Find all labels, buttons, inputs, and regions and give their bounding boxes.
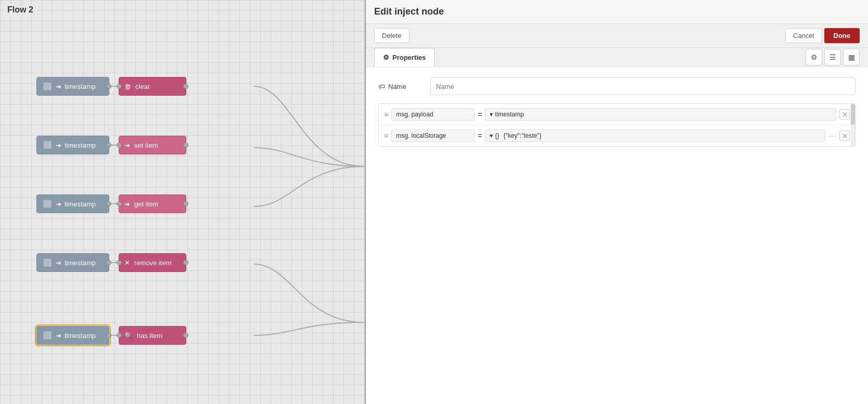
node-connector-left-pink-4 — [117, 260, 122, 265]
node-timestamp-label-5: timestamp — [65, 332, 96, 340]
edit-panel: Edit inject node Delete Cancel Done ⚙ Pr… — [366, 0, 868, 404]
node-connector-left-pink-1 — [117, 84, 122, 89]
node-connector-right-2 — [106, 142, 111, 148]
node-timestamp-label-1: timestamp — [65, 83, 96, 90]
arrow-icon-3: ➜ — [124, 200, 130, 208]
name-label: 🏷 Name — [378, 83, 430, 90]
edit-toolbar: Delete Cancel Done — [366, 24, 868, 48]
row-equals-2: = — [478, 132, 482, 140]
scrollbar-thumb[interactable] — [851, 104, 855, 125]
row-value-text-2: {"key":"teste"} — [503, 132, 541, 139]
dropdown-arrow-2: ▾ — [490, 132, 493, 139]
node-check-1 — [43, 82, 52, 90]
node-get-item-3[interactable]: ➜ get item — [119, 194, 186, 213]
properties-tab[interactable]: ⚙ Properties — [374, 48, 435, 67]
msg-field-name-1: payload — [412, 111, 433, 118]
node-action-label-1: clear — [135, 83, 150, 90]
node-arrow-2: ➜ — [56, 141, 61, 149]
node-connector-left-pink-3 — [117, 201, 122, 206]
edit-panel-header: Edit inject node — [366, 0, 868, 24]
node-arrow-3: ➜ — [56, 200, 61, 208]
layout-icon-button[interactable]: ▦ — [843, 49, 860, 66]
node-action-label-5: has item — [137, 332, 162, 340]
node-connector-right-pink-3 — [183, 201, 188, 206]
msg-prefix-2: msg. — [396, 132, 411, 139]
node-group-2: ➜ timestamp ➜ set item — [36, 136, 186, 154]
row-delete-btn-1[interactable]: ✕ — [839, 109, 850, 120]
row-msg-field-2[interactable]: msg. localStorage — [391, 129, 475, 142]
node-check-4 — [43, 258, 52, 267]
node-clear-1[interactable]: 🗑 clear — [119, 77, 186, 96]
node-connector-left-pink-2 — [117, 142, 122, 148]
row-more-btn-2[interactable]: ··· — [828, 132, 836, 140]
arrow-icon-2: ➜ — [124, 141, 130, 149]
flow-canvas: Flow 2 ➜ timestamp 🗑 clear — [0, 0, 366, 404]
tab-icons-right: ⚙ ☰ ▦ — [806, 49, 860, 66]
msg-field-name-2: localStorage — [412, 132, 446, 139]
node-action-label-2: set item — [134, 141, 158, 149]
node-check-5 — [43, 331, 52, 340]
settings-icon-button[interactable]: ⚙ — [806, 49, 822, 66]
name-label-text: Name — [388, 83, 406, 90]
inject-row-1: ≡ msg. payload = ▾ timestamp ✕ — [379, 104, 855, 125]
cancel-button[interactable]: Cancel — [785, 28, 822, 43]
node-arrow-5: ➜ — [56, 332, 61, 340]
node-connector-right-3 — [106, 201, 111, 206]
node-timestamp-4[interactable]: ➜ timestamp — [36, 253, 109, 272]
node-check-3 — [43, 200, 52, 208]
row-value-text-1: timestamp — [495, 111, 524, 118]
node-timestamp-label-3: timestamp — [65, 200, 96, 208]
name-form-row: 🏷 Name — [378, 77, 856, 95]
msg-prefix-1: msg. — [396, 111, 411, 118]
tag-icon: 🏷 — [378, 83, 385, 90]
node-connector-right-pink-4 — [183, 260, 188, 265]
node-group-3: ➜ timestamp ➜ get item — [36, 194, 186, 213]
row-msg-field-1[interactable]: msg. payload — [391, 108, 475, 121]
gear-icon: ⚙ — [383, 54, 389, 61]
trash-icon-1: 🗑 — [124, 83, 131, 90]
node-has-item-5[interactable]: 🔍 has item — [119, 326, 186, 345]
node-timestamp-1[interactable]: ➜ timestamp — [36, 77, 109, 96]
properties-content: 🏷 Name ≡ msg. payload = ▾ timestamp — [366, 67, 868, 404]
row-delete-btn-2[interactable]: ✕ — [839, 131, 850, 141]
node-connector-left-pink-5 — [117, 333, 122, 338]
node-set-item-2[interactable]: ➜ set item — [119, 136, 186, 154]
node-connector-right-pink-2 — [183, 142, 188, 148]
row-handle-2[interactable]: ≡ — [384, 132, 388, 140]
toolbar-right: Cancel Done — [785, 28, 860, 43]
node-timestamp-label-4: timestamp — [65, 259, 96, 267]
node-connector-right-pink-5 — [183, 333, 188, 338]
node-check-2 — [43, 141, 52, 149]
flow-title: Flow 2 — [4, 4, 36, 16]
row-value-select-2[interactable]: ▾ {} {"key":"teste"} — [485, 129, 825, 142]
node-remove-item-4[interactable]: ✕ remove item — [119, 253, 186, 272]
node-group-4: ➜ timestamp ✕ remove item — [36, 253, 186, 272]
row-value-select-1[interactable]: ▾ timestamp — [485, 108, 836, 121]
scrollbar-track — [851, 104, 855, 146]
node-timestamp-5[interactable]: ➜ timestamp — [36, 326, 109, 345]
description-icon-button[interactable]: ☰ — [824, 49, 841, 66]
row-value-type-2: {} — [495, 132, 499, 139]
node-timestamp-label-2: timestamp — [65, 141, 96, 149]
edit-panel-title: Edit inject node — [374, 6, 444, 17]
done-button[interactable]: Done — [824, 28, 860, 43]
node-timestamp-2[interactable]: ➜ timestamp — [36, 136, 109, 154]
name-input[interactable] — [430, 77, 856, 95]
node-arrow-1: ➜ — [56, 83, 61, 90]
node-connector-right-5 — [106, 333, 111, 338]
delete-button[interactable]: Delete — [374, 28, 410, 43]
node-group-5: ➜ timestamp 🔍 has item — [36, 326, 186, 345]
x-icon-4: ✕ — [124, 259, 130, 267]
node-arrow-4: ➜ — [56, 259, 61, 267]
node-action-label-3: get item — [134, 200, 158, 208]
inject-row-2: ≡ msg. localStorage = ▾ {} {"key":"teste… — [379, 125, 855, 146]
toolbar-left: Delete — [374, 28, 410, 43]
properties-tabs: ⚙ Properties ⚙ ☰ ▦ — [366, 48, 868, 67]
row-handle-1[interactable]: ≡ — [384, 110, 388, 119]
node-action-label-4: remove item — [134, 259, 172, 267]
inject-rows-container: ≡ msg. payload = ▾ timestamp ✕ ≡ msg. lo… — [378, 103, 856, 147]
row-equals-1: = — [478, 110, 482, 119]
node-connector-right-1 — [106, 84, 111, 89]
node-timestamp-3[interactable]: ➜ timestamp — [36, 194, 109, 213]
node-connector-right-4 — [106, 260, 111, 265]
